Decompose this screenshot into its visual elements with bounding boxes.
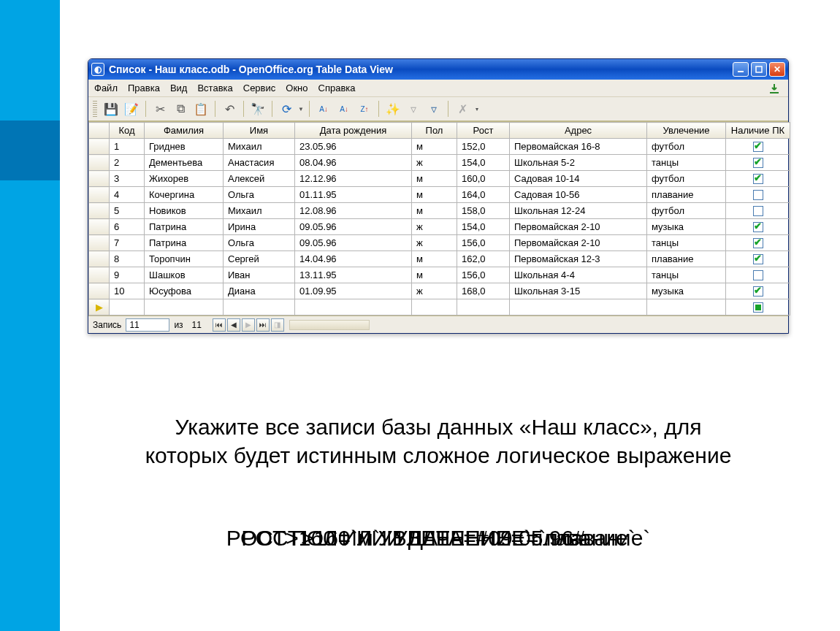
cell-imya[interactable] <box>224 299 295 316</box>
cell-kod[interactable]: 2 <box>110 155 145 171</box>
record-current-input[interactable] <box>126 318 169 332</box>
checkbox-icon[interactable] <box>753 254 763 264</box>
col-uvlechenie[interactable]: Увлечение <box>647 123 726 139</box>
cell-rost[interactable]: 168,0 <box>457 283 510 299</box>
checkbox-icon[interactable] <box>753 222 763 232</box>
cell-pk[interactable] <box>726 187 790 203</box>
menu-file[interactable]: Файл <box>94 83 118 93</box>
cell-data[interactable]: 13.11.95 <box>295 267 412 283</box>
cell-familiya[interactable]: Патрина <box>145 219 224 235</box>
edit-mode-button[interactable]: 📝 <box>122 100 141 118</box>
cell-kod[interactable]: 6 <box>110 219 145 235</box>
cell-pol[interactable]: м <box>412 267 457 283</box>
nav-new-button[interactable]: ◨ <box>271 318 284 332</box>
sort-asc-button[interactable]: A↓ <box>314 100 333 118</box>
cell-pol[interactable]: ж <box>412 155 457 171</box>
cell-imya[interactable]: Ольга <box>224 187 295 203</box>
checkbox-icon[interactable] <box>753 158 763 168</box>
cell-pol[interactable]: ж <box>412 235 457 251</box>
cut-button[interactable]: ✂ <box>150 100 169 118</box>
cell-data[interactable]: 09.05.96 <box>295 219 412 235</box>
cell-pol[interactable]: ж <box>412 219 457 235</box>
cell-data[interactable]: 12.12.96 <box>295 171 412 187</box>
cell-pol[interactable]: м <box>412 187 457 203</box>
cell-familiya[interactable]: Шашков <box>145 267 224 283</box>
cell-familiya[interactable]: Кочергина <box>145 187 224 203</box>
cell-pk[interactable] <box>726 299 790 316</box>
cell-data[interactable]: 14.04.96 <box>295 251 412 267</box>
row-selector[interactable] <box>89 235 110 251</box>
cell-pk[interactable] <box>726 283 790 299</box>
cell-kod[interactable]: 7 <box>110 235 145 251</box>
menu-edit[interactable]: Правка <box>128 83 160 93</box>
cell-adres[interactable]: Первомайская 2-10 <box>510 219 647 235</box>
checkbox-icon[interactable] <box>753 238 763 248</box>
cell-familiya[interactable] <box>145 299 224 316</box>
close-button[interactable]: ✕ <box>769 62 785 77</box>
maximize-button[interactable] <box>751 62 767 77</box>
cell-pk[interactable] <box>726 171 790 187</box>
cell-adres[interactable]: Садовая 10-14 <box>510 171 647 187</box>
toolbar-grip[interactable] <box>93 101 97 117</box>
cell-kod[interactable]: 3 <box>110 171 145 187</box>
table-row[interactable]: 1ГридневМихаил23.05.96м152,0Первомайская… <box>89 139 790 155</box>
cell-kod[interactable]: 9 <box>110 267 145 283</box>
data-grid[interactable]: Код Фамилия Имя Дата рождения Пол Рост А… <box>88 121 788 316</box>
checkbox-icon[interactable] <box>753 270 763 280</box>
table-row[interactable]: 6ПатринаИрина09.05.96ж154,0Первомайская … <box>89 219 790 235</box>
cell-pol[interactable]: м <box>412 171 457 187</box>
cell-data[interactable]: 09.05.96 <box>295 235 412 251</box>
cell-imya[interactable]: Анастасия <box>224 155 295 171</box>
table-row[interactable]: 3ЖихоревАлексей12.12.96м160,0Садовая 10-… <box>89 171 790 187</box>
cell-pk[interactable] <box>726 219 790 235</box>
autofilter-button[interactable]: ✨ <box>383 100 402 118</box>
row-selector[interactable] <box>89 139 110 155</box>
table-row[interactable]: 10ЮсуфоваДиана01.09.95ж168,0Школьная 3-1… <box>89 283 790 299</box>
row-selector[interactable] <box>89 203 110 219</box>
col-adres[interactable]: Адрес <box>510 123 647 139</box>
cell-rost[interactable]: 162,0 <box>457 251 510 267</box>
cell-uvlechenie[interactable]: танцы <box>647 235 726 251</box>
cell-pk[interactable] <box>726 203 790 219</box>
cell-data[interactable]: 01.09.95 <box>295 283 412 299</box>
cell-familiya[interactable]: Новиков <box>145 203 224 219</box>
cell-uvlechenie[interactable]: футбол <box>647 171 726 187</box>
cell-pol[interactable]: ж <box>412 283 457 299</box>
cell-pk[interactable] <box>726 155 790 171</box>
table-row[interactable]: 9ШашковИван13.11.95м156,0Школьная 4-4тан… <box>89 267 790 283</box>
col-pol[interactable]: Пол <box>412 123 457 139</box>
menu-help[interactable]: Справка <box>318 83 356 93</box>
cell-uvlechenie[interactable]: танцы <box>647 267 726 283</box>
checkbox-icon[interactable] <box>753 206 763 216</box>
cell-kod[interactable]: 10 <box>110 283 145 299</box>
menu-view[interactable]: Вид <box>170 83 188 93</box>
standard-filter-button[interactable]: ▿ <box>424 100 443 118</box>
cell-familiya[interactable]: Дементьева <box>145 155 224 171</box>
cell-rost[interactable]: 154,0 <box>457 155 510 171</box>
cell-rost[interactable]: 164,0 <box>457 187 510 203</box>
cell-rost[interactable]: 158,0 <box>457 203 510 219</box>
sort-desc-a-button[interactable]: A↓ <box>335 100 354 118</box>
cell-adres[interactable]: Первомайская 16-8 <box>510 139 647 155</box>
select-all-header[interactable] <box>89 123 110 139</box>
cell-adres[interactable]: Школьная 4-4 <box>510 267 647 283</box>
menu-insert[interactable]: Вставка <box>197 83 232 93</box>
cell-uvlechenie[interactable] <box>647 299 726 316</box>
download-icon[interactable] <box>768 83 781 96</box>
checkbox-mixed-icon[interactable] <box>753 302 763 313</box>
row-selector[interactable] <box>89 187 110 203</box>
cell-uvlechenie[interactable]: музыка <box>647 283 726 299</box>
row-selector[interactable] <box>89 219 110 235</box>
cell-kod[interactable]: 8 <box>110 251 145 267</box>
undo-button[interactable]: ↶ <box>220 100 239 118</box>
cell-pol[interactable]: м <box>412 139 457 155</box>
table-row[interactable]: 7ПатринаОльга09.05.96ж156,0Первомайская … <box>89 235 790 251</box>
cell-pol[interactable]: м <box>412 251 457 267</box>
cell-data[interactable]: 12.08.96 <box>295 203 412 219</box>
find-button[interactable]: 🔭 <box>248 100 267 118</box>
cell-uvlechenie[interactable]: футбол <box>647 203 726 219</box>
cell-familiya[interactable]: Торопчин <box>145 251 224 267</box>
cell-familiya[interactable]: Патрина <box>145 235 224 251</box>
row-selector[interactable] <box>89 155 110 171</box>
insert-row-marker[interactable]: ▶ <box>89 299 110 316</box>
